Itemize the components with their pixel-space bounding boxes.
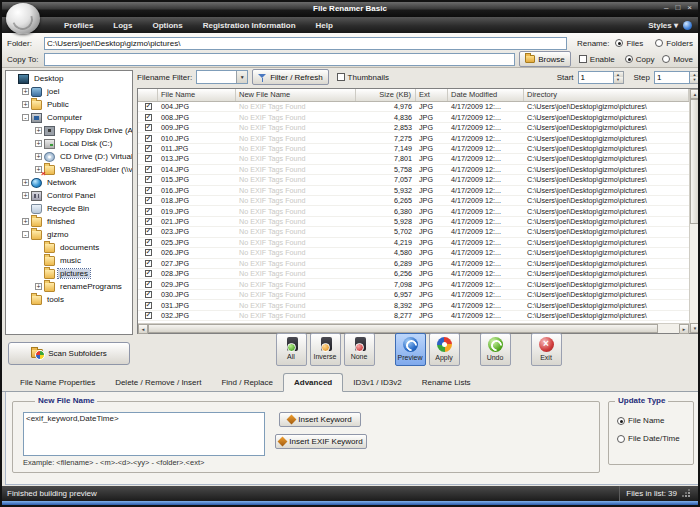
tree-expander[interactable]: + [22, 218, 29, 225]
undo-button[interactable]: Undo [480, 333, 511, 366]
tree-item-cd-drive-d-virtualbox-guest[interactable]: +CD Drive (D:) VirtualBox Guest [6, 150, 132, 163]
start-spin-buttons[interactable]: ▲▼ [614, 71, 624, 84]
table-row[interactable]: 029.JPGNo EXIF Tags Found7,098JPG4/17/20… [138, 279, 689, 289]
tree-expander[interactable]: - [22, 114, 29, 121]
tree-expander[interactable]: + [22, 101, 29, 108]
tree-item-vbsharedfolder-vboxsvr-z[interactable]: +VBSharedFolder (\\vboxsvr) (Z [6, 163, 132, 176]
tree-item-public[interactable]: +Public [6, 98, 132, 111]
table-row[interactable]: 028.JPGNo EXIF Tags Found6,256JPG4/17/20… [138, 269, 689, 279]
minimize-button[interactable]: – [664, 3, 668, 12]
tree-item-gizmo[interactable]: -gizmo [6, 228, 132, 241]
copy-option[interactable]: Copy [625, 55, 655, 64]
menu-item-profiles[interactable]: Profiles [54, 21, 103, 30]
rename-folders-option[interactable]: Folders [655, 39, 693, 48]
horizontal-scroll-thumb[interactable] [148, 324, 658, 333]
column-header-size-kb[interactable]: Size (KB) [356, 89, 416, 101]
row-checkbox[interactable] [145, 187, 152, 194]
row-checkbox[interactable] [145, 281, 152, 288]
insert-exif-keyword-button[interactable]: Insert EXIF Keyword [275, 434, 367, 449]
tree-expander[interactable]: + [22, 192, 29, 199]
row-checkbox[interactable] [145, 302, 152, 309]
column-header-directory[interactable]: Directory [524, 89, 689, 101]
tree-item-joel[interactable]: +joel [6, 85, 132, 98]
row-checkbox[interactable] [145, 124, 152, 131]
row-checkbox[interactable] [145, 239, 152, 246]
tree-item-computer[interactable]: -Computer [6, 111, 132, 124]
tree-item-network[interactable]: +Network [6, 176, 132, 189]
file-datetime-radio[interactable] [617, 435, 625, 443]
scroll-up-icon[interactable]: ▲ [690, 89, 700, 99]
filter-refresh-button[interactable]: Filter / Refresh [252, 69, 328, 85]
copy-radio[interactable] [625, 55, 633, 63]
inverse-button[interactable]: Inverse [310, 333, 341, 366]
table-row[interactable]: 015.JPGNo EXIF Tags Found7,057JPG4/17/20… [138, 175, 689, 185]
row-checkbox[interactable] [145, 166, 152, 173]
row-checkbox[interactable] [145, 145, 152, 152]
table-row[interactable]: 031.JPGNo EXIF Tags Found8,392JPG4/17/20… [138, 300, 689, 310]
files-radio[interactable] [615, 39, 623, 47]
scroll-down-icon[interactable]: ▼ [690, 323, 700, 333]
table-row[interactable]: 009.JPGNo EXIF Tags Found2,853JPG4/17/20… [138, 123, 689, 133]
file-name-radio[interactable] [617, 417, 625, 425]
tree-item-floppy-disk-drive-a[interactable]: +Floppy Disk Drive (A:) [6, 124, 132, 137]
vertical-scroll-thumb[interactable] [690, 99, 699, 224]
enable-option[interactable]: Enable [579, 55, 615, 64]
thumbnails-option[interactable]: Thumbnails [337, 73, 389, 82]
row-checkbox[interactable] [145, 197, 152, 204]
tree-item-documents[interactable]: documents [6, 241, 132, 254]
filename-filter-combo[interactable]: ▼ [196, 70, 248, 84]
resize-grip[interactable] [682, 490, 690, 498]
maximize-button[interactable]: □ [675, 3, 680, 12]
table-row[interactable]: 008.JPGNo EXIF Tags Found4,836JPG4/17/20… [138, 112, 689, 122]
menu-item-options[interactable]: Options [142, 21, 192, 30]
insert-keyword-button[interactable]: Insert Keyword [279, 412, 361, 427]
all-button[interactable]: All [276, 333, 307, 366]
row-checkbox[interactable] [145, 208, 152, 215]
tab-delete-remove-insert[interactable]: Delete / Remove / Insert [105, 374, 211, 391]
move-radio[interactable] [662, 55, 670, 63]
step-stepper[interactable]: ▲▼ [654, 71, 700, 84]
row-checkbox[interactable] [145, 135, 152, 142]
menu-item-logs[interactable]: Logs [103, 21, 142, 30]
preview-button[interactable]: Preview [395, 333, 426, 366]
step-input[interactable] [654, 71, 690, 84]
row-checkbox[interactable] [145, 103, 152, 110]
row-checkbox[interactable] [145, 249, 152, 256]
browse-button[interactable]: Browse [519, 51, 571, 67]
folder-input[interactable] [44, 37, 567, 50]
table-row[interactable]: 025.JPGNo EXIF Tags Found4,219JPG4/17/20… [138, 238, 689, 248]
update-file-name-option[interactable]: File Name [617, 416, 680, 425]
tree-item-pictures[interactable]: pictures [6, 267, 132, 280]
close-button[interactable]: × [687, 3, 692, 12]
enable-checkbox[interactable] [579, 55, 587, 63]
none-button[interactable]: None [344, 333, 375, 366]
tree-item-music[interactable]: music [6, 254, 132, 267]
table-row[interactable]: 004.JPGNo EXIF Tags Found4,976JPG4/17/20… [138, 102, 689, 112]
update-file-datetime-option[interactable]: File Date/Time [617, 434, 680, 443]
row-checkbox[interactable] [145, 228, 152, 235]
table-row[interactable]: 023.JPGNo EXIF Tags Found5,702JPG4/17/20… [138, 227, 689, 237]
tab-advanced[interactable]: Advanced [283, 373, 343, 392]
copy-to-input[interactable] [44, 53, 515, 66]
table-row[interactable]: 026.JPGNo EXIF Tags Found4,580JPG4/17/20… [138, 248, 689, 258]
apply-button[interactable]: Apply [429, 333, 460, 366]
tree-item-recycle-bin[interactable]: Recycle Bin [6, 202, 132, 215]
column-header-file-name[interactable]: File Name [158, 89, 236, 101]
folders-radio[interactable] [655, 39, 663, 47]
column-header-new-file-name[interactable]: New File Name [236, 89, 356, 101]
column-header-date-modified[interactable]: Date Modified [448, 89, 524, 101]
column-header-ext[interactable]: Ext [416, 89, 448, 101]
table-row[interactable]: 016.JPGNo EXIF Tags Found5,932JPG4/17/20… [138, 186, 689, 196]
table-row[interactable]: 018.JPGNo EXIF Tags Found6,265JPG4/17/20… [138, 196, 689, 206]
row-checkbox[interactable] [145, 114, 152, 121]
table-row[interactable]: 021.JPGNo EXIF Tags Found5,928JPG4/17/20… [138, 217, 689, 227]
styles-menu[interactable]: Styles ▾ [648, 21, 678, 30]
table-row[interactable]: 027.JPGNo EXIF Tags Found6,289JPG4/17/20… [138, 259, 689, 269]
row-checkbox[interactable] [145, 291, 152, 298]
vertical-scrollbar[interactable]: ▲ ▼ [689, 89, 699, 333]
row-checkbox[interactable] [145, 312, 152, 319]
tree-item-local-disk-c[interactable]: +Local Disk (C:) [6, 137, 132, 150]
horizontal-scrollbar[interactable]: ◄ ► [138, 323, 689, 333]
tree-item-desktop[interactable]: Desktop [6, 72, 132, 85]
menu-item-registration-information[interactable]: Registration Information [193, 21, 306, 30]
